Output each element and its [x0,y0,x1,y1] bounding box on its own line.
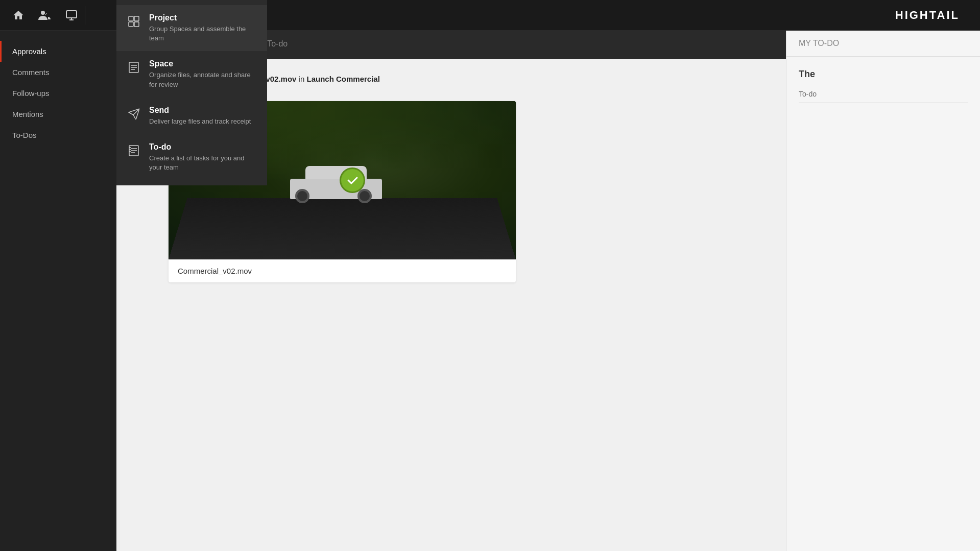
my-todo-header: MY TO-DO [799,39,839,47]
sidebar-item-comments[interactable]: Comments [0,62,116,83]
project-icon [127,14,141,29]
send-title: Send [149,106,251,115]
sidebar: Approvals Comments Follow-ups Mentions T… [0,31,116,551]
right-panel: MY TO-DO The To-do [786,31,980,551]
todo-title: To-do [149,142,257,152]
sidebar-item-todos[interactable]: To-Dos [0,125,116,146]
svg-rect-1 [66,11,77,18]
car-wheel-left [295,189,309,203]
todo-icon [127,143,141,158]
space-icon [127,60,141,75]
svg-rect-4 [129,22,133,27]
my-todo-section: The To-do [799,69,968,103]
my-todo-item: To-do [799,86,968,103]
space-desc: Organize files, annotate and share for r… [149,70,257,89]
send-desc: Deliver large files and track receipt [149,117,251,126]
dropdown-menu: Project Group Spaces and assemble the te… [116,0,267,185]
project-text: Project Group Spaces and assemble the te… [149,13,257,43]
project-desc: Group Spaces and assemble the team [149,25,257,43]
project-title: Project [149,13,257,22]
space-title: Space [149,59,257,68]
svg-point-0 [41,11,45,15]
users-icon[interactable] [37,7,53,23]
todo-text: To-do Create a list of tasks for you and… [149,142,257,172]
dropdown-item-space[interactable]: Space Organize files, annotate and share… [116,51,267,97]
svg-rect-5 [134,22,139,27]
approval-badge [340,167,365,193]
sidebar-item-mentions[interactable]: Mentions [0,104,116,125]
send-text: Send Deliver large files and track recei… [149,106,251,126]
my-todo-title: The [799,69,968,80]
send-icon [127,107,141,121]
space-text: Space Organize files, annotate and share… [149,59,257,89]
right-panel-header: MY TO-DO [786,31,980,57]
dropdown-item-project[interactable]: Project Group Spaces and assemble the te… [116,5,267,51]
home-icon[interactable] [10,7,27,23]
video-filename: Commercial_v02.mov [169,259,516,282]
svg-rect-3 [134,16,139,21]
project-name: Launch Commercial [306,75,379,83]
nav-icons [10,7,80,23]
todo-desc: Create a list of tasks for you and your … [149,154,257,172]
car-wheel-right [357,189,372,203]
nav-divider [85,6,85,25]
tab-todo[interactable]: To-do [267,31,288,59]
monitor-icon[interactable] [63,7,80,23]
sidebar-item-followups[interactable]: Follow-ups [0,83,116,104]
right-panel-content: The To-do [786,57,980,551]
dropdown-item-todo[interactable]: To-do Create a list of tasks for you and… [116,134,267,180]
sidebar-item-approvals[interactable]: Approvals [0,41,116,62]
svg-rect-2 [129,16,133,21]
brand-logo: HIGHTAIL [895,9,960,22]
road-surface [169,198,516,259]
car-shape [280,163,382,199]
dropdown-item-send[interactable]: Send Deliver large files and track recei… [116,98,267,134]
